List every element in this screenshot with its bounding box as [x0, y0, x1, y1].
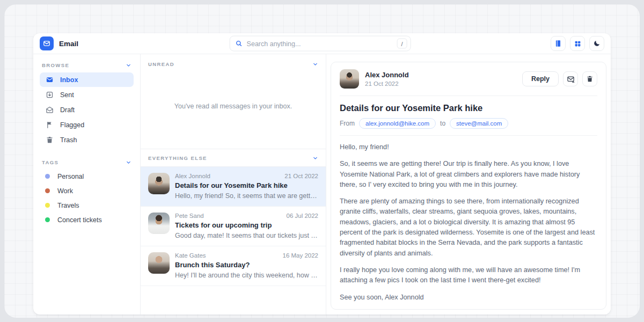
message-detail-column: Alex Jonnold 21 Oct 2022 Reply — [326, 54, 611, 314]
dark-mode-button[interactable] — [589, 36, 604, 51]
search-shortcut-key: / — [397, 39, 407, 49]
mail-list-item[interactable]: Pete Sand 06 Jul 2022 Tickets for our up… — [141, 207, 326, 246]
mail-sender: Pete Sand — [175, 213, 204, 219]
mail-subject: Details for our Yosemite Park hike — [175, 181, 318, 189]
message-detail-card: Alex Jonnold 21 Oct 2022 Reply — [331, 62, 606, 310]
to-address-chip[interactable]: steve@mail.com — [450, 118, 508, 129]
contacts-button[interactable] — [551, 36, 566, 51]
grid-icon — [574, 40, 581, 47]
message-list-column: UNREAD You've read all messages in your … — [141, 54, 326, 314]
mail-date: 16 May 2022 — [283, 252, 319, 259]
delete-mail-button[interactable] — [582, 71, 597, 86]
sidebar-item-inbox[interactable]: Inbox — [40, 72, 134, 87]
mail-forward-icon — [567, 75, 575, 83]
trash-icon — [45, 136, 54, 144]
tag-label: Personal — [57, 173, 84, 180]
mail-list-item[interactable]: Kate Gates 16 May 2022 Brunch this Satur… — [141, 246, 326, 286]
sidebar-item-trash[interactable]: Trash — [40, 133, 134, 147]
app-title: Email — [59, 40, 78, 48]
chevron-down-icon[interactable] — [126, 159, 131, 165]
body-paragraph: See you soon, Alex Jonnold — [340, 292, 597, 303]
sidebar-item-label: Inbox — [60, 76, 78, 84]
sidebar-item-flagged[interactable]: Flagged — [40, 118, 134, 132]
body-paragraph: So, it seems we are getting there! Our t… — [340, 159, 597, 190]
tag-label: Travels — [57, 202, 79, 209]
mail-item-body: Alex Jonnold 21 Oct 2022 Details for our… — [175, 173, 318, 200]
body-paragraph: I really hope you love coming along with… — [340, 265, 597, 286]
mail-subject: Tickets for our upcoming trip — [175, 221, 318, 229]
tags-section-header: TAGS — [40, 155, 134, 169]
sidebar-item-draft[interactable]: Draft — [40, 103, 134, 117]
draft-icon — [45, 106, 54, 114]
book-icon — [554, 40, 562, 47]
chevron-down-icon[interactable] — [126, 62, 131, 68]
mail-item-body: Kate Gates 16 May 2022 Brunch this Satur… — [175, 252, 318, 279]
sidebar-item-label: Flagged — [60, 121, 84, 129]
top-bar: Email / — [33, 33, 611, 54]
detail-header: Alex Jonnold 21 Oct 2022 Reply — [340, 69, 597, 96]
mail-preview: Hey! I'll be around the city this weeken… — [175, 272, 318, 279]
mail-subject: Brunch this Saturday? — [175, 261, 318, 269]
message-body: Hello, my friend! So, it seems we are ge… — [340, 142, 597, 303]
from-label: From — [340, 120, 355, 127]
from-address-chip[interactable]: alex.jonnold@hike.com — [359, 118, 436, 129]
sent-icon — [45, 91, 54, 99]
divider — [340, 309, 597, 310]
mail-sender: Kate Gates — [175, 252, 206, 259]
sidebar-item-label: Sent — [60, 91, 74, 99]
tag-item-travels[interactable]: Travels — [40, 198, 134, 213]
search-input[interactable] — [247, 40, 393, 47]
mail-date: 06 Jul 2022 — [287, 213, 318, 219]
tag-color-dot — [45, 174, 50, 179]
browse-label: BROWSE — [42, 62, 69, 68]
app-brand: Email — [40, 36, 78, 50]
everything-else-label: EVERYTHING ELSE — [148, 155, 207, 161]
browse-section-header: BROWSE — [40, 57, 134, 72]
sidebar-item-sent[interactable]: Sent — [40, 87, 134, 102]
reply-button[interactable]: Reply — [522, 71, 559, 86]
mail-item-body: Pete Sand 06 Jul 2022 Tickets for our up… — [175, 213, 318, 239]
divider — [340, 135, 597, 136]
from-to-row: From alex.jonnold@hike.com to steve@mail… — [340, 118, 597, 129]
search-icon — [236, 40, 243, 47]
chevron-down-icon[interactable] — [312, 155, 318, 161]
tag-color-dot — [45, 188, 50, 193]
everything-else-section: EVERYTHING ELSE — [141, 149, 326, 167]
tag-label: Concert tickets — [57, 216, 102, 224]
apps-button[interactable] — [570, 36, 585, 51]
sidebar: BROWSE Inbox Sent — [33, 54, 141, 314]
to-label: to — [440, 120, 445, 127]
unread-empty-message: You've read all messages in your inbox. — [141, 71, 326, 149]
tag-color-dot — [45, 217, 50, 222]
search-bar[interactable]: / — [230, 36, 411, 52]
chevron-down-icon[interactable] — [312, 61, 318, 67]
flag-icon — [45, 121, 54, 129]
trash-icon — [586, 75, 594, 83]
mail-sender: Alex Jonnold — [175, 173, 210, 179]
forward-mail-button[interactable] — [563, 71, 578, 86]
unread-section: UNREAD You've read all messages in your … — [141, 54, 326, 149]
everything-else-header: EVERYTHING ELSE — [141, 149, 326, 167]
avatar — [148, 213, 170, 234]
mail-date: 21 Oct 2022 — [284, 173, 318, 179]
tag-item-work[interactable]: Work — [40, 184, 134, 198]
mail-preview: Good day, mate! It seems that our ticket… — [175, 232, 318, 239]
avatar — [148, 252, 170, 274]
main-columns: BROWSE Inbox Sent — [33, 54, 611, 314]
email-logo-icon — [40, 36, 54, 50]
avatar — [340, 69, 359, 89]
moon-icon — [593, 40, 601, 47]
mail-list-item[interactable]: Alex Jonnold 21 Oct 2022 Details for our… — [141, 167, 326, 207]
tag-item-personal[interactable]: Personal — [40, 169, 134, 184]
tags-label: TAGS — [42, 159, 58, 165]
mail-preview: Hello, my friend! So, it seems that we a… — [175, 192, 318, 200]
tag-label: Work — [57, 187, 73, 195]
avatar — [148, 173, 170, 194]
desktop-background: Email / — [4, 4, 640, 318]
email-app-window: Email / — [33, 33, 611, 314]
top-actions — [551, 36, 604, 51]
inbox-icon — [45, 76, 54, 84]
detail-sender-name: Alex Jonnold — [365, 71, 409, 79]
tag-item-concert-tickets[interactable]: Concert tickets — [40, 213, 134, 227]
detail-date: 21 Oct 2022 — [365, 80, 409, 87]
